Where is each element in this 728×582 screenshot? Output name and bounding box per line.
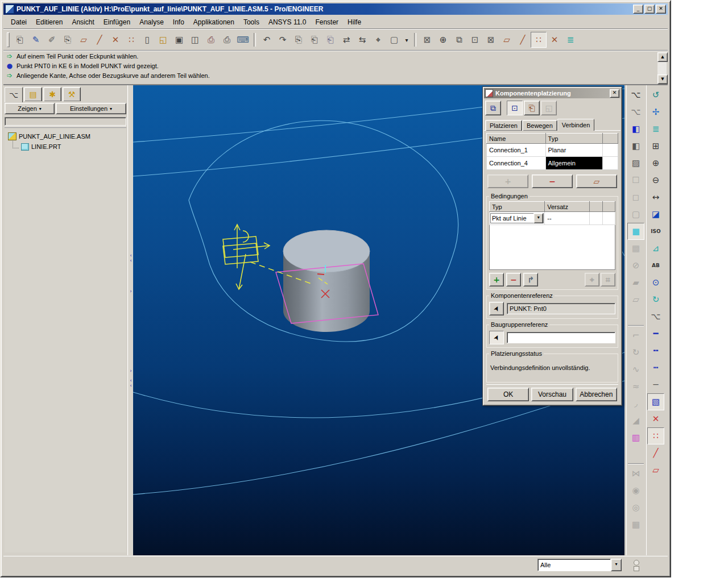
open-file-icon[interactable]: ◱ <box>155 32 171 48</box>
tab-platzieren[interactable]: Platzieren <box>485 120 522 131</box>
pan-zoom-icon[interactable]: ✢ <box>647 103 664 120</box>
copy-icon[interactable]: ⎘ <box>291 32 307 48</box>
menu-ansys[interactable]: ANSYS 11.0 <box>264 16 310 28</box>
tree-structure-icon[interactable]: ⌥ <box>627 86 644 103</box>
paste-special-icon[interactable]: ⎗ <box>322 32 338 48</box>
connection-name[interactable]: Connection_4 <box>487 157 546 170</box>
sash-chevron-icon[interactable]: ‹‹ <box>130 253 131 263</box>
new-window-icon[interactable]: ⧉ <box>451 32 467 48</box>
layers-icon[interactable]: ≣ <box>647 120 664 138</box>
chevron-down-icon[interactable]: ▾ <box>533 213 543 223</box>
new-file-icon[interactable]: ▯ <box>139 32 155 48</box>
extrude-icon[interactable]: ⌐ <box>627 327 644 344</box>
filter-value[interactable]: Alle <box>537 559 611 571</box>
csys-toggle-icon[interactable]: ✕ <box>647 410 664 427</box>
maximize-button[interactable]: ▢ <box>644 5 655 14</box>
shaded-display-icon[interactable]: ■ <box>627 223 644 240</box>
title-bar[interactable]: PUNKT_AUF_LINIE (Aktiv) H:\ProE\punkt_au… <box>3 3 668 15</box>
datum-plane-tool-icon[interactable]: ▱ <box>76 32 92 48</box>
connection-row[interactable]: Connection_4 Allgemein <box>487 157 618 170</box>
flip-constraint-button[interactable]: ↱ <box>523 273 538 286</box>
copy-model-icon[interactable]: ⎗ <box>12 32 28 48</box>
send-model-icon[interactable]: ⌨ <box>235 32 251 48</box>
selection-filter-icon[interactable] <box>632 560 640 571</box>
activate-window-icon[interactable]: ⊡ <box>467 32 483 48</box>
tab-bewegen[interactable]: Bewegen <box>522 120 557 131</box>
tab-model-tree[interactable]: ⌥ <box>5 87 23 102</box>
find-icon[interactable]: ⌖ <box>370 32 386 48</box>
reorient-icon[interactable]: ↻ <box>647 291 664 308</box>
realism-display-icon[interactable]: ▩ <box>627 240 644 257</box>
axis-toggle-icon[interactable]: ╱ <box>647 444 664 462</box>
menu-ansicht[interactable]: Ansicht <box>68 16 98 28</box>
datum-point-tool-icon[interactable]: ∷ <box>123 32 139 48</box>
datum-csys-tool-icon[interactable]: ✕ <box>107 32 123 48</box>
pattern-table-icon[interactable]: ◎ <box>627 499 644 516</box>
menu-fenster[interactable]: Fenster <box>311 16 342 28</box>
plane-toggle-icon[interactable]: ▱ <box>647 462 664 479</box>
point-toggle-icon[interactable]: ∷ <box>647 427 664 444</box>
revolve-icon[interactable]: ↻ <box>627 344 644 361</box>
csys-display-icon[interactable]: ✕ <box>547 32 562 48</box>
round-icon[interactable]: ◞ <box>627 395 644 412</box>
add-connection-button[interactable]: + <box>487 174 528 188</box>
paste-icon[interactable]: ⎗ <box>307 32 322 48</box>
pattern-icon[interactable]: ◉ <box>627 482 644 499</box>
undo-icon[interactable]: ↶ <box>259 32 275 48</box>
layer-display-icon[interactable]: ≣ <box>562 32 578 48</box>
surface-copy-icon[interactable]: ▰ <box>627 274 644 291</box>
message-scrollbar[interactable]: ▲ ▼ <box>657 52 667 83</box>
einstellungen-button[interactable]: Einstellungen ▾ <box>56 103 126 114</box>
zeigen-button[interactable]: Zeigen ▾ <box>5 103 55 114</box>
tab-favorites[interactable]: ✱ <box>43 87 61 101</box>
save-icon[interactable]: ▣ <box>171 32 187 48</box>
save-copy-icon[interactable]: ◫ <box>187 32 203 48</box>
tree-settings-icon[interactable]: ⌥ <box>627 103 644 120</box>
add-constraint-button[interactable]: + <box>489 273 504 286</box>
no-hidden-display-icon[interactable]: ▢ <box>627 206 644 223</box>
separate-window-icon[interactable]: ⎗ <box>524 101 540 115</box>
zoom-in-icon[interactable]: ⊕ <box>647 155 664 172</box>
grid-pattern-icon[interactable]: ▦ <box>627 516 644 533</box>
column-header-name[interactable]: Name <box>487 134 546 144</box>
blend-icon[interactable]: ≈ <box>627 378 644 395</box>
open-in-window-icon[interactable]: ◱ <box>541 101 557 115</box>
constraint-list-area[interactable] <box>489 225 615 270</box>
refit-icon[interactable]: ↔ <box>647 189 664 206</box>
menu-einfuegen[interactable]: Einfügen <box>100 16 134 28</box>
assembly-reference-field[interactable] <box>507 332 615 343</box>
sash-chevron-icon[interactable]: › <box>130 368 131 373</box>
close-window-icon[interactable]: ⊠ <box>483 32 499 48</box>
spin-center-icon[interactable]: ↺ <box>647 86 664 103</box>
axis-display-icon[interactable]: ╱ <box>515 32 531 48</box>
column-header-typ[interactable]: Typ <box>545 134 602 144</box>
mirror-icon[interactable]: ⋈ <box>627 465 644 482</box>
datum-axis-tool-icon[interactable]: ╱ <box>92 32 107 48</box>
separator[interactable] <box>628 447 644 464</box>
backup-icon[interactable]: ⎘ <box>60 32 76 48</box>
convert-connection-button[interactable]: ▱ <box>576 174 617 188</box>
vorschau-button[interactable]: Vorschau <box>531 388 573 401</box>
connection-name[interactable]: Connection_1 <box>487 144 546 157</box>
constraint-row[interactable]: Pkt auf Linie ▾ -- <box>490 212 615 225</box>
remove-connection-button[interactable]: − <box>532 174 573 188</box>
component-tree-icon[interactable]: ⌥ <box>647 308 664 325</box>
appearance-color-icon[interactable]: ◧ <box>627 120 644 138</box>
tab-connections[interactable]: ⚒ <box>63 87 81 101</box>
menu-editieren[interactable]: Editieren <box>32 16 67 28</box>
remove-constraint-button[interactable]: − <box>506 273 521 286</box>
dialog-title-bar[interactable]: Komponentenplatzierung ✕ <box>484 88 621 98</box>
constraint-type-combo[interactable]: Pkt auf Linie ▾ <box>490 213 544 223</box>
edge-thin-icon[interactable]: ─ <box>647 376 664 393</box>
edge-solid-icon[interactable]: ━ <box>647 325 664 342</box>
point-display-icon[interactable]: ∷ <box>531 32 547 48</box>
separator[interactable] <box>628 309 644 326</box>
print-setup-icon[interactable]: ⎙ <box>203 32 219 48</box>
ok-button[interactable]: OK <box>487 388 529 401</box>
symmetry-analysis-icon[interactable]: ⊘ <box>627 257 644 274</box>
shaded-edges-icon[interactable]: ▧ <box>647 393 664 410</box>
selection-filter-combo[interactable]: Alle ▾ <box>537 559 622 571</box>
abbrechen-button[interactable]: Abbrechen <box>576 388 617 401</box>
sweep-icon[interactable]: ∿ <box>627 361 644 378</box>
toolbar-grip[interactable] <box>7 32 10 47</box>
